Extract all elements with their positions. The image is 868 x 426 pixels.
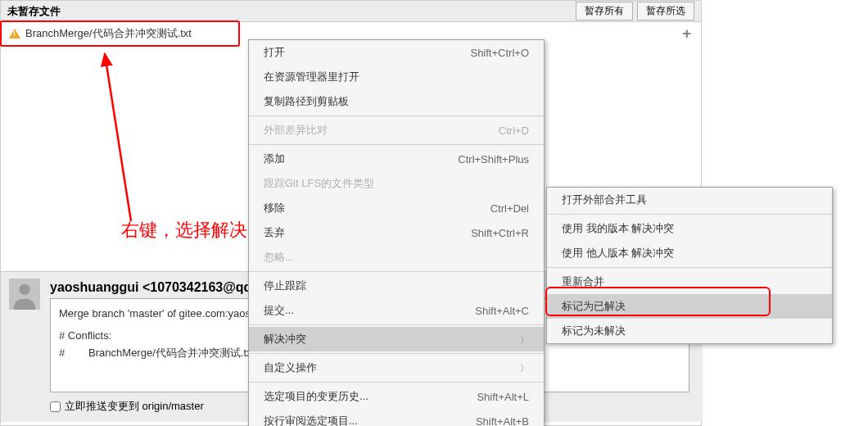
stage-selected-button[interactable]: 暂存所选	[637, 2, 694, 20]
menu-commit[interactable]: 提交... Shift+Alt+C	[249, 298, 544, 323]
menu-separator	[249, 116, 544, 116]
menu-separator	[249, 144, 544, 145]
menu-separator	[249, 324, 544, 325]
resolve-conflict-submenu: 打开外部合并工具 使用 我的版本 解决冲突 使用 他人版本 解决冲突 重新合并 …	[546, 187, 833, 344]
chevron-right-icon: 〉	[520, 362, 529, 374]
submenu-use-theirs[interactable]: 使用 他人版本 解决冲突	[547, 241, 832, 265]
file-highlight-annotation	[0, 20, 240, 47]
menu-separator	[249, 271, 544, 272]
submenu-open-external-merge[interactable]: 打开外部合并工具	[547, 188, 832, 212]
chevron-right-icon: 〉	[520, 333, 529, 346]
menu-stop-tracking[interactable]: 停止跟踪	[249, 274, 544, 298]
menu-ignore: 忽略...	[249, 245, 544, 270]
push-immediate-label: 立即推送变更到 origin/master	[65, 399, 204, 414]
menu-external-diff: 外部差异比对 Ctrl+D	[249, 118, 544, 143]
menu-open-in-explorer[interactable]: 在资源管理器里打开	[249, 65, 544, 89]
menu-copy-path[interactable]: 复制路径到剪贴板	[249, 89, 544, 114]
menu-track-lfs: 跟踪Git LFS的文件类型	[249, 171, 544, 196]
stage-all-button[interactable]: 暂存所有	[576, 2, 633, 20]
svg-line-2	[105, 54, 131, 221]
section-title: 未暂存文件	[7, 4, 572, 19]
avatar	[9, 279, 40, 310]
submenu-mark-unresolved[interactable]: 标记为未解决	[547, 319, 832, 343]
menu-discard[interactable]: 丢弃 Shift+Ctrl+R	[249, 220, 544, 245]
menu-resolve-conflict[interactable]: 解决冲突 〉	[249, 327, 544, 351]
menu-blame-selected[interactable]: 按行审阅选定项目... Shift+Alt+B	[249, 409, 544, 426]
menu-separator	[249, 382, 544, 383]
submenu-highlight-annotation	[545, 287, 771, 316]
menu-separator	[547, 267, 832, 268]
menu-log-selected[interactable]: 选定项目的变更历史... Shift+Alt+L	[249, 384, 544, 409]
submenu-use-mine[interactable]: 使用 我的版本 解决冲突	[547, 216, 832, 241]
menu-add[interactable]: 添加 Ctrl+Shift+Plus	[249, 147, 544, 171]
unstaged-header: 未暂存文件 暂存所有 暂存所选	[1, 1, 701, 22]
menu-remove[interactable]: 移除 Ctrl+Del	[249, 196, 544, 220]
menu-custom-action[interactable]: 自定义操作 〉	[249, 356, 544, 380]
svg-point-0	[19, 284, 29, 295]
context-menu: 打开 Shift+Ctrl+O 在资源管理器里打开 复制路径到剪贴板 外部差异比…	[248, 39, 545, 426]
menu-open[interactable]: 打开 Shift+Ctrl+O	[249, 40, 544, 65]
arrow-annotation	[82, 49, 180, 225]
add-icon[interactable]: +	[682, 25, 691, 43]
menu-separator	[547, 214, 832, 215]
push-immediate-checkbox[interactable]	[50, 401, 61, 412]
menu-separator	[249, 353, 544, 354]
